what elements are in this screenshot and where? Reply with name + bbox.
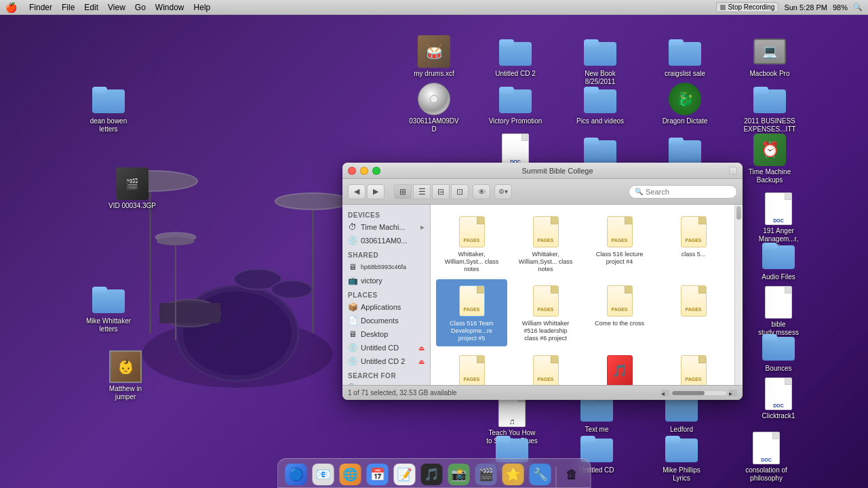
desktop-icon-craigslist[interactable]: craigslist sale xyxy=(658,35,712,78)
dock-item-6[interactable]: 📸 xyxy=(447,462,471,487)
file-item-2[interactable]: PAGES Class 516 lecture project #4 xyxy=(584,210,655,277)
desktop-icon-consolation[interactable]: DOC consolation of philosophy xyxy=(739,432,793,483)
forward-button[interactable]: ▶ xyxy=(367,184,384,199)
finder-hide-button[interactable] xyxy=(729,167,737,175)
menu-help[interactable]: Help xyxy=(194,3,211,12)
cover-flow-button[interactable]: ⊡ xyxy=(451,184,469,199)
desktop-icon-dragon-dictate[interactable]: 🐉 Dragon Dictate xyxy=(658,83,712,125)
file-item-9[interactable]: PAGES Class 516 Team Development Week 7P… xyxy=(510,349,581,385)
file-item-0[interactable]: PAGES Whittaker, William,Syst... class n… xyxy=(436,210,507,277)
file-item-11[interactable]: PAGES Whitt... 113 H... xyxy=(658,349,729,385)
sidebar-item-applications[interactable]: 📦 Applications xyxy=(342,300,430,314)
desktop-icon-victory[interactable]: Victory Promotion xyxy=(488,83,542,125)
search-input[interactable] xyxy=(646,188,731,196)
finder-window: Summit Bible College ◀ ▶ ⊞ ☰ ⊟ ⊡ 👁 ⚙▾ 🔍 xyxy=(342,163,743,400)
minimize-button[interactable] xyxy=(360,167,368,175)
file-item-8[interactable]: PAGES The battle xyxy=(436,349,507,385)
sidebar-item-desktop[interactable]: 🖥 Desktop xyxy=(342,327,430,341)
dock-trash[interactable]: 🗑 xyxy=(560,462,585,487)
finder-body: DEVICES ⏱ Time Machi... ▶ 💿 030611AM0...… xyxy=(342,205,743,385)
desktop-icon-dean-bowen[interactable]: dean bowen letters xyxy=(81,83,136,134)
action-button[interactable]: ⚙▾ xyxy=(494,184,512,199)
cd-eject-icon-2: 💿 xyxy=(348,357,357,366)
desktop-icon-audio-files[interactable]: Audio Files xyxy=(751,239,806,281)
dock-finder[interactable]: 🔵 xyxy=(284,462,309,487)
desktop-icon-bible-study[interactable]: bible study.mssess xyxy=(751,286,806,337)
places-section-header: PLACES xyxy=(342,287,430,300)
file-item-7[interactable]: PAGES xyxy=(658,279,729,346)
list-view-button[interactable]: ☰ xyxy=(413,184,431,199)
dock-item-9[interactable]: 🔧 xyxy=(528,462,553,487)
sidebar-item-victory[interactable]: 📺 victory xyxy=(342,274,430,287)
size-decrease-btn[interactable]: ◂ xyxy=(661,390,669,396)
dock-item-1[interactable]: 📧 xyxy=(311,462,336,487)
desktop-icon-mike-phillips[interactable]: Mike Phillips Lyrics xyxy=(654,432,709,483)
back-button[interactable]: ◀ xyxy=(348,184,366,199)
file-item-5[interactable]: PAGES William Whittaker #516 leadership … xyxy=(510,279,581,346)
computer-icon: 🖥 xyxy=(348,262,357,272)
search-box[interactable]: 🔍 xyxy=(629,185,737,199)
cd-icon-sidebar: 💿 xyxy=(348,236,357,245)
sidebar-item-documents[interactable]: 📄 Documents xyxy=(342,314,430,327)
apple-menu[interactable]: 🍎 xyxy=(5,2,17,13)
search-icon: 🔍 xyxy=(635,188,643,195)
eject-icon-1[interactable]: ⏏ xyxy=(418,344,425,352)
desktop-icon-time-machine[interactable]: ⏰ Time Machine Backups xyxy=(743,134,797,184)
dock: 🔵 📧 🌐 📅 📝 🎵 📸 🎬 ⭐ 🔧 xyxy=(277,458,591,488)
finder-scrollbar[interactable] xyxy=(734,205,743,385)
desktop-icon-bounces[interactable]: Bounces xyxy=(751,330,806,373)
size-slider[interactable] xyxy=(672,391,726,395)
menu-finder[interactable]: Finder xyxy=(29,3,52,12)
sidebar-item-untitled-cd2[interactable]: 💿 Untitled CD 2 ⏏ xyxy=(342,354,430,368)
sidebar-item-030611[interactable]: 💿 030611AM0... xyxy=(342,234,430,247)
dock-item-2[interactable]: 🌐 xyxy=(338,462,363,487)
sidebar-item-untitled-cd[interactable]: 💿 Untitled CD ⏏ xyxy=(342,341,430,354)
maximize-button[interactable] xyxy=(372,167,380,175)
finder-toolbar: ◀ ▶ ⊞ ☰ ⊟ ⊡ 👁 ⚙▾ 🔍 xyxy=(342,179,743,205)
finder-file-grid: PAGES Whittaker, William,Syst... class n… xyxy=(431,205,734,385)
size-increase-btn[interactable]: ▸ xyxy=(729,390,737,396)
desktop-icon-matthew-jumper[interactable]: 👶 Matthew in jumper xyxy=(98,350,153,401)
desktop-icon-vid-file[interactable]: 🎬 VID 00034.3GP xyxy=(105,167,159,210)
dock-item-8[interactable]: ⭐ xyxy=(501,462,526,487)
sidebar-item-time-machine[interactable]: ⏱ Time Machi... ▶ xyxy=(342,220,430,234)
dock-item-4[interactable]: 📝 xyxy=(393,462,417,487)
menu-go[interactable]: Go xyxy=(135,3,146,12)
finder-statusbar: 1 of 71 selected, 32.53 GB available ◂ ▸ xyxy=(342,385,743,400)
column-view-button[interactable]: ⊟ xyxy=(432,184,450,199)
file-item-10[interactable]: 🎵 Whittaker William Class 113 Healing...… xyxy=(584,349,655,385)
dock-item-3[interactable]: 📅 xyxy=(366,462,390,487)
dock-item-5[interactable]: 🎵 xyxy=(420,462,444,487)
menu-view[interactable]: View xyxy=(108,3,125,12)
desktop-icon-my-drums[interactable]: 🥁 my drums.xcf xyxy=(407,35,461,78)
desktop-icon-030611[interactable]: 030611AM09DVD xyxy=(407,83,461,134)
file-item-selected[interactable]: PAGES Class 516 Team Developme...re proj… xyxy=(436,279,507,346)
search-icon-menubar[interactable]: 🔍 xyxy=(853,3,863,12)
icon-view-button[interactable]: ⊞ xyxy=(394,184,412,199)
desktop-icon-new-book[interactable]: New Book 8/25/2011 xyxy=(573,35,627,86)
desktop-icon-untitled-cd2[interactable]: Untitled CD 2 xyxy=(488,35,542,78)
stop-recording-btn[interactable]: Stop Recording xyxy=(716,2,778,12)
cd-eject-icon: 💿 xyxy=(348,343,357,352)
desktop-icon-macbook-pro[interactable]: 💻 Macbook Pro xyxy=(743,35,797,78)
file-item-6[interactable]: PAGES Come to the cross xyxy=(584,279,655,346)
dock-item-7[interactable]: 🎬 xyxy=(474,462,498,487)
desktop-icon-pics-videos[interactable]: Pics and videos xyxy=(573,83,627,125)
menubar: 🍎 Finder File Edit View Go Window Help S… xyxy=(0,0,868,15)
close-button[interactable] xyxy=(348,167,356,175)
menu-edit[interactable]: Edit xyxy=(84,3,98,12)
desktop-icon-clicktrack1[interactable]: DOC Clicktrack1 xyxy=(751,378,806,420)
file-item-3[interactable]: PAGES class 5... xyxy=(658,210,729,277)
menu-window[interactable]: Window xyxy=(155,3,184,12)
eject-icon-2[interactable]: ⏏ xyxy=(418,358,425,365)
eye-button[interactable]: 👁 xyxy=(473,184,490,199)
devices-section-header: DEVICES xyxy=(342,207,430,220)
svg-point-13 xyxy=(157,237,195,245)
documents-icon: 📄 xyxy=(348,316,357,325)
file-item-1[interactable]: PAGES Whittaker, William,Syst... class n… xyxy=(510,210,581,277)
menu-file[interactable]: File xyxy=(62,3,75,12)
desktop-icon-mike-whittaker[interactable]: Mike Whittaker letters xyxy=(81,283,136,333)
menubar-battery: 98% xyxy=(833,3,848,12)
desktop-icon-business-expenses[interactable]: 2011 BUSINESS EXPENSES...ITTAKER xyxy=(743,83,797,142)
sidebar-item-hp[interactable]: 🖥 hp68b5993c46fa xyxy=(342,260,430,274)
